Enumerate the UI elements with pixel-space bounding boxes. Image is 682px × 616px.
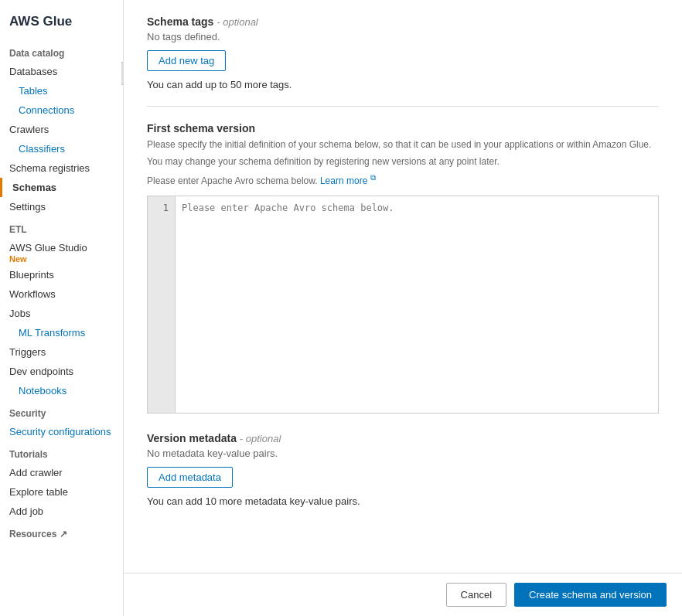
first-schema-section: First schema version Please specify the … (147, 122, 659, 414)
sidebar-collapse-handle[interactable]: ◀ (121, 62, 124, 85)
sidebar-item-notebooks[interactable]: Notebooks (0, 381, 123, 400)
schema-tags-title-text: Schema tags (147, 15, 213, 28)
learn-more-text: Learn more (320, 175, 367, 186)
schema-tags-optional: - optional (217, 16, 257, 28)
tags-hint: You can add up to 50 more tags. (147, 79, 659, 90)
sidebar-item-settings[interactable]: Settings (0, 197, 123, 216)
sidebar-item-add-crawler[interactable]: Add crawler (0, 463, 123, 482)
sidebar-item-ml-transforms[interactable]: ML Transforms (0, 323, 123, 342)
section-data-catalog: Data catalog (0, 40, 123, 62)
section-etl: ETL (0, 216, 123, 238)
section-resources: Resources ↗ (0, 521, 123, 543)
line-number-1: 1 (154, 202, 169, 213)
schema-tags-title: Schema tags - optional (147, 15, 659, 28)
action-bar: Cancel Create schema and version (124, 573, 682, 616)
schema-desc3: Please enter Apache Avro schema below. L… (147, 172, 659, 188)
version-metadata-title: Version metadata - optional (147, 432, 659, 444)
sidebar-item-jobs[interactable]: Jobs (0, 304, 123, 323)
first-schema-title: First schema version (147, 122, 659, 134)
version-metadata-optional: - optional (240, 433, 281, 444)
section-tutorials: Tutorials (0, 441, 123, 463)
new-badge: New (0, 254, 123, 264)
schema-desc1: Please specify the initial definition of… (147, 138, 659, 151)
external-link-icon: ⧉ (370, 173, 376, 182)
version-metadata-title-text: Version metadata (147, 432, 237, 444)
schema-textarea[interactable] (176, 196, 658, 413)
section-security: Security (0, 400, 123, 422)
first-schema-title-text: First schema version (147, 122, 255, 134)
schema-desc2: You may change your schema definition by… (147, 155, 659, 168)
main-content: Schema tags - optional No tags defined. … (124, 0, 682, 616)
line-numbers: 1 (148, 196, 176, 413)
no-meta-text: No metadata key-value pairs. (147, 448, 659, 459)
sidebar-item-dev-endpoints[interactable]: Dev endpoints (0, 362, 123, 381)
sidebar-item-blueprints[interactable]: Blueprints (0, 265, 123, 284)
sidebar-item-tables[interactable]: Tables (0, 81, 123, 100)
sidebar-item-schemas[interactable]: Schemas (0, 178, 123, 197)
app-logo: AWS Glue (0, 8, 123, 40)
schema-tags-section: Schema tags - optional No tags defined. … (147, 15, 659, 90)
no-tags-text: No tags defined. (147, 31, 659, 43)
sidebar: AWS Glue Data catalog Databases Tables C… (0, 0, 124, 616)
add-new-tag-button[interactable]: Add new tag (147, 50, 226, 71)
sidebar-item-add-job[interactable]: Add job (0, 502, 123, 521)
sidebar-item-crawlers[interactable]: Crawlers (0, 120, 123, 139)
sidebar-item-security-configurations[interactable]: Security configurations (0, 422, 123, 441)
section-divider (147, 106, 659, 107)
sidebar-item-databases[interactable]: Databases (0, 62, 123, 81)
learn-more-link[interactable]: Learn more ⧉ (320, 175, 376, 186)
sidebar-item-classifiers[interactable]: Classifiers (0, 139, 123, 158)
schema-desc3-text: Please enter Apache Avro schema below. (147, 175, 318, 186)
schema-code-editor: 1 (147, 196, 659, 414)
sidebar-item-workflows[interactable]: Workflows (0, 284, 123, 304)
meta-hint: You can add 10 more metadata key-value p… (147, 495, 659, 507)
sidebar-item-schema-registries[interactable]: Schema registries (0, 158, 123, 178)
sidebar-item-explore-table[interactable]: Explore table (0, 482, 123, 502)
create-schema-button[interactable]: Create schema and version (514, 583, 667, 607)
cancel-button[interactable]: Cancel (446, 583, 506, 607)
version-metadata-section: Version metadata - optional No metadata … (147, 432, 659, 507)
sidebar-item-triggers[interactable]: Triggers (0, 342, 123, 362)
sidebar-item-connections[interactable]: Connections (0, 100, 123, 120)
add-metadata-button[interactable]: Add metadata (147, 467, 233, 488)
